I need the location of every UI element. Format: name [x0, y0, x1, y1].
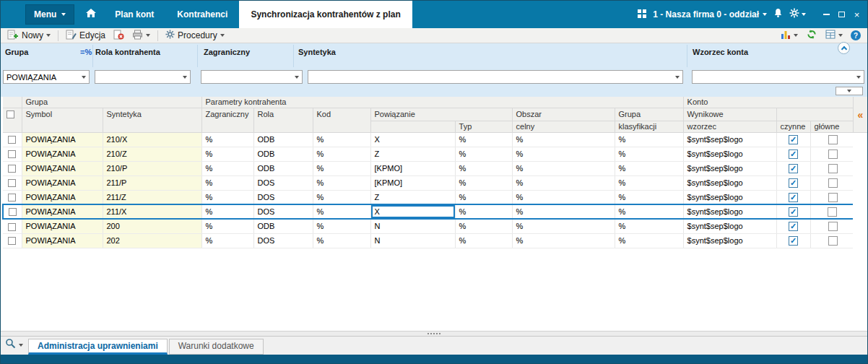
cell-symbol[interactable]: POWIĄZANIA [22, 219, 103, 233]
cell-powiazanie[interactable]: Z [370, 190, 455, 204]
cell-symbol[interactable]: POWIĄZANIA [22, 147, 103, 161]
cell-rola[interactable]: DOS [253, 176, 313, 190]
row-select-checkbox[interactable] [8, 194, 16, 202]
glowne-checkbox[interactable] [828, 135, 838, 144]
cell-zagraniczny[interactable]: % [201, 204, 253, 219]
cell-typ[interactable]: % [455, 147, 512, 161]
cell-grupa_klasyfikacji[interactable]: % [615, 176, 683, 190]
cell-symbol[interactable]: POWIĄZANIA [22, 176, 103, 190]
cell-symbol[interactable]: POWIĄZANIA [22, 161, 103, 176]
cell-kod[interactable]: % [313, 147, 370, 161]
company-selector[interactable]: 1 - Nasza firma 0 - oddział [653, 9, 767, 20]
column-header-celny[interactable]: celny [512, 121, 615, 132]
filter-dropdown-wzorzec[interactable] [692, 70, 864, 84]
czynne-checkbox[interactable]: ✓ [789, 193, 798, 202]
cell-powiazanie[interactable]: [KPMO] [370, 161, 455, 176]
table-row[interactable]: POWIĄZANIA210/X%ODB%X%%%$synt$sep$logo✓ [3, 132, 855, 147]
cell-obszar_celny[interactable]: % [512, 219, 615, 233]
glowne-checkbox[interactable] [828, 222, 838, 231]
filter-dropdown-rola[interactable] [95, 70, 191, 84]
column-header-wynikowe[interactable]: Wynikowe [683, 108, 776, 121]
column-header-obszar[interactable]: Obszar [512, 108, 615, 121]
horizontal-splitter[interactable] [1, 331, 867, 337]
tab-kontrahenci[interactable]: Kontrahenci [165, 1, 239, 28]
cell-syntetyka[interactable]: 211/P [103, 176, 201, 190]
cell-obszar_celny[interactable]: % [512, 190, 615, 204]
cell-kod[interactable]: % [313, 132, 370, 147]
column-header-glowne[interactable]: główne [810, 121, 855, 132]
column-header-grupa-klas[interactable]: Grupa [615, 108, 683, 121]
filter-dropdown-grupa[interactable]: POWIĄZANIA [3, 70, 90, 84]
cell-typ[interactable]: % [455, 190, 512, 204]
row-select-checkbox[interactable] [8, 223, 16, 231]
table-row[interactable]: POWIĄZANIA202%DOS%N%%%$synt$sep$logo✓ [3, 233, 855, 248]
glowne-checkbox[interactable] [828, 164, 838, 173]
glowne-checkbox[interactable] [828, 178, 838, 188]
cell-obszar_celny[interactable]: % [512, 161, 615, 176]
cell-grupa_klasyfikacji[interactable]: % [615, 132, 683, 147]
cell-syntetyka[interactable]: 210/X [103, 132, 201, 147]
settings-gear-button[interactable] [789, 8, 806, 21]
cell-grupa_klasyfikacji[interactable]: % [615, 204, 683, 219]
cell-zagraniczny[interactable]: % [201, 161, 253, 176]
dropdown-button[interactable] [291, 71, 302, 83]
filter-operator-icon[interactable]: =% [80, 48, 92, 56]
table-row[interactable]: POWIĄZANIA200%ODB%N%%%$synt$sep$logo✓ [3, 219, 855, 233]
column-header-syntetyka[interactable]: Syntetyka [103, 108, 201, 132]
cell-syntetyka[interactable]: 200 [103, 219, 201, 233]
delete-button[interactable] [110, 29, 127, 43]
cell-powiazanie[interactable]: [KPMO] [370, 176, 455, 190]
close-button[interactable]: × [850, 8, 864, 22]
row-select-checkbox[interactable] [8, 136, 16, 144]
cell-zagraniczny[interactable]: % [201, 233, 253, 248]
row-select-checkbox[interactable] [9, 208, 17, 216]
cell-symbol[interactable]: POWIĄZANIA [22, 132, 103, 147]
cell-obszar_celny[interactable]: % [512, 147, 615, 161]
new-button[interactable]: Nowy [4, 29, 53, 43]
czynne-checkbox[interactable]: ✓ [789, 150, 798, 159]
czynne-checkbox[interactable]: ✓ [789, 135, 798, 144]
bottom-search-button[interactable] [5, 338, 23, 352]
cell-zagraniczny[interactable]: % [201, 219, 253, 233]
cell-rola[interactable]: ODB [253, 161, 313, 176]
select-all-checkbox[interactable] [6, 110, 14, 118]
cell-kod[interactable]: % [313, 176, 370, 190]
cell-grupa_klasyfikacji[interactable]: % [615, 190, 683, 204]
apps-grid-icon[interactable] [638, 8, 646, 21]
glowne-checkbox[interactable] [828, 193, 838, 202]
maximize-button[interactable] [835, 8, 849, 22]
cell-rola[interactable]: ODB [253, 132, 313, 147]
column-header-symbol[interactable]: Symbol [22, 108, 103, 132]
cell-grupa_klasyfikacji[interactable]: % [615, 219, 683, 233]
glowne-checkbox[interactable] [828, 207, 837, 217]
filter-dropdown-zagraniczny[interactable] [201, 70, 303, 84]
czynne-checkbox[interactable]: ✓ [789, 207, 798, 217]
cell-typ[interactable]: % [455, 219, 512, 233]
cell-kod[interactable]: % [313, 190, 370, 204]
collapse-right-panel-button[interactable]: « [853, 97, 867, 133]
bottom-tab-administracja[interactable]: Administracja uprawnieniami [28, 339, 168, 355]
menu-button[interactable]: Menu [25, 4, 74, 25]
column-header-typ[interactable]: Typ [455, 121, 512, 132]
column-header-klasyfikacji[interactable]: klasyfikacji [615, 121, 683, 132]
czynne-checkbox[interactable]: ✓ [789, 236, 798, 246]
edit-button[interactable]: Edycja [63, 29, 108, 43]
glowne-checkbox[interactable] [828, 236, 838, 246]
cell-obszar_celny[interactable]: % [512, 176, 615, 190]
czynne-checkbox[interactable]: ✓ [789, 164, 798, 173]
cell-powiazanie[interactable]: X [370, 204, 455, 219]
dropdown-button[interactable] [672, 71, 682, 83]
dropdown-button[interactable] [853, 71, 864, 83]
home-button[interactable] [79, 1, 103, 28]
column-header-powiazanie[interactable]: Powiązanie [370, 108, 512, 121]
table-row[interactable]: POWIĄZANIA210/Z%ODB%Z%%%$synt$sep$logo✓ [3, 147, 855, 161]
cell-zagraniczny[interactable]: % [201, 176, 253, 190]
filter-dropdown-syntetyka[interactable] [308, 70, 683, 84]
refresh-button[interactable] [803, 28, 820, 43]
cell-syntetyka[interactable]: 211/X [103, 204, 201, 219]
cell-wzorzec[interactable]: $synt$sep$logo [683, 233, 776, 248]
cell-powiazanie[interactable]: X [370, 132, 455, 147]
row-select-checkbox[interactable] [8, 150, 16, 158]
cell-rola[interactable]: ODB [253, 219, 313, 233]
cell-obszar_celny[interactable]: % [512, 132, 615, 147]
